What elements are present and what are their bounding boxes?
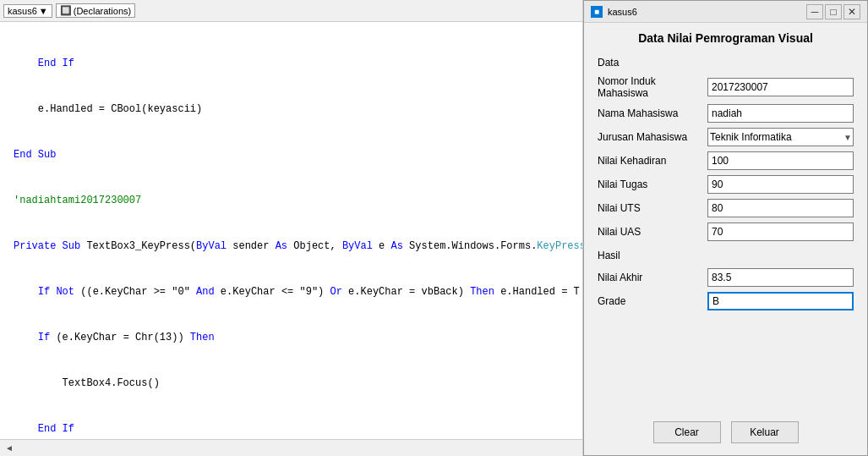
form-panel: ■ kasus6 ─ □ ✕ Data Nilai Pemrograman Vi… [583,0,868,456]
uts-input[interactable] [707,199,854,217]
uts-label: Nilai UTS [598,202,707,214]
form-content: Data Nilai Pemrograman Visual Data Nomor… [584,23,867,413]
nama-input[interactable] [707,104,854,123]
nilai-akhir-row: Nilai Akhir [598,268,854,287]
code-line: End If [0,421,582,437]
grade-label: Grade [598,295,707,307]
code-line: End Sub [0,147,582,162]
grade-input[interactable] [707,292,854,310]
grade-row: Grade [598,292,854,310]
nilai-akhir-label: Nilai Akhir [598,272,707,283]
section-hasil-label: Hasil [598,250,854,261]
code-line: e.Handled = CBool(keyascii) [0,102,582,117]
nim-input[interactable] [707,78,854,96]
code-line: If (e.KeyChar = Chr(13)) Then [0,330,582,345]
nim-row: Nomor Induk Mahasiswa [598,75,854,99]
jurusan-select[interactable]: Teknik Informatika [707,128,854,146]
section-data-label: Data [598,57,854,69]
minimize-button[interactable]: ─ [806,4,823,19]
form-title-text: kasus6 [608,7,806,17]
code-line-comment: 'nadiahtami2017230007 [0,193,582,208]
nama-row: Nama Mahasiswa [598,104,854,123]
uas-row: Nilai UAS [598,223,854,241]
code-line: End If [0,56,582,71]
jurusan-row: Jurusan Mahasiswa Teknik Informatika ▼ [598,128,854,146]
method-dropdown[interactable]: 🔲 (Declarations) [56,3,135,18]
uas-label: Nilai UAS [598,226,707,238]
kehadiran-row: Nilai Kehadiran [598,151,854,170]
code-editor[interactable]: End If e.Handled = CBool(keyascii) End S… [0,22,582,439]
class-dropdown[interactable]: kasus6 ▼ [3,4,52,18]
maximize-button[interactable]: □ [825,4,842,19]
method-dropdown-label: (Declarations) [74,6,131,16]
form-icon: ■ [591,6,603,18]
code-line: TextBox4.Focus() [0,376,582,391]
jurusan-label: Jurusan Mahasiswa [598,131,707,143]
form-footer: Clear Keluar [584,413,867,455]
uas-input[interactable] [707,223,854,241]
close-button[interactable]: ✕ [843,4,860,19]
clear-button[interactable]: Clear [653,421,721,443]
kehadiran-input[interactable] [707,151,854,170]
kehadiran-label: Nilai Kehadiran [598,155,707,167]
editor-bottom-bar: ◄ [0,439,582,456]
uts-row: Nilai UTS [598,199,854,217]
nim-label: Nomor Induk Mahasiswa [598,75,707,99]
method-dropdown-icon: 🔲 [60,5,72,16]
hasil-section: Hasil Nilai Akhir Grade [598,250,854,310]
code-line: Private Sub TextBox3_KeyPress(ByVal send… [0,239,582,254]
code-area: End If e.Handled = CBool(keyascii) End S… [0,22,582,439]
tugas-label: Nilai Tugas [598,179,707,190]
form-heading: Data Nilai Pemrograman Visual [598,31,854,45]
scroll-left-arrow[interactable]: ◄ [3,443,15,453]
editor-toolbar: kasus6 ▼ 🔲 (Declarations) [0,0,582,22]
class-dropdown-arrow: ▼ [39,6,48,16]
titlebar-buttons: ─ □ ✕ [806,4,860,19]
code-line: If Not ((e.KeyChar >= "0" And e.KeyChar … [0,284,582,299]
jurusan-select-wrapper: Teknik Informatika ▼ [707,128,854,146]
editor-panel: kasus6 ▼ 🔲 (Declarations) End If e.Handl… [0,0,583,456]
keluar-button[interactable]: Keluar [731,421,799,443]
tugas-row: Nilai Tugas [598,175,854,194]
form-titlebar: ■ kasus6 ─ □ ✕ [584,1,867,23]
nilai-akhir-input[interactable] [707,268,854,287]
nama-label: Nama Mahasiswa [598,107,707,119]
tugas-input[interactable] [707,175,854,194]
class-dropdown-label: kasus6 [8,6,37,16]
